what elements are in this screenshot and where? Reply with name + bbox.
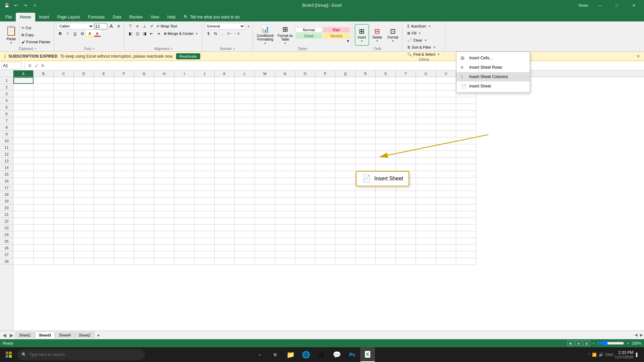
cell-L20[interactable] xyxy=(235,204,255,211)
cell-F21[interactable] xyxy=(114,211,134,218)
cell-V23[interactable] xyxy=(436,225,456,231)
cell-A11[interactable] xyxy=(13,144,34,151)
cell-O15[interactable] xyxy=(295,171,315,178)
cell-F27[interactable] xyxy=(114,251,134,258)
cell-H11[interactable] xyxy=(154,144,174,151)
indent-decrease-btn[interactable]: ⇤ xyxy=(148,30,155,37)
cell-V3[interactable] xyxy=(436,90,456,97)
col-header-Q[interactable]: Q xyxy=(335,70,356,77)
cell-T1[interactable] xyxy=(396,77,416,84)
cell-A2[interactable] xyxy=(13,84,34,90)
row-num-13[interactable]: 13 xyxy=(0,158,13,164)
merge-center-button[interactable]: ⊕ Merge & Center ▼ xyxy=(162,31,200,37)
cell-M11[interactable] xyxy=(255,144,275,151)
row-num-14[interactable]: 14 xyxy=(0,164,13,171)
cell-H5[interactable] xyxy=(154,104,174,111)
taskbar-photoshop[interactable]: Ps xyxy=(345,347,360,362)
row-num-19[interactable]: 19 xyxy=(0,198,13,204)
format-painter-button[interactable]: 🖌 Format Painter xyxy=(20,39,52,45)
cell-I17[interactable] xyxy=(174,184,195,191)
cell-F23[interactable] xyxy=(114,225,134,231)
cancel-formula-btn[interactable]: ✕ xyxy=(27,62,33,69)
cell-M6[interactable] xyxy=(255,111,275,117)
cell-B14[interactable] xyxy=(34,164,54,171)
cell-B5[interactable] xyxy=(34,104,54,111)
cell-E16[interactable] xyxy=(94,178,114,184)
col-header-L[interactable]: L xyxy=(235,70,255,77)
cell-J16[interactable] xyxy=(195,178,215,184)
cell-S7[interactable] xyxy=(376,117,396,124)
cell-C26[interactable] xyxy=(54,245,74,251)
cell-N9[interactable] xyxy=(275,131,295,137)
cell-B7[interactable] xyxy=(34,117,54,124)
cell-K16[interactable] xyxy=(215,178,235,184)
cell-W18[interactable] xyxy=(456,191,476,198)
cell-W6[interactable] xyxy=(456,111,476,117)
cell-T13[interactable] xyxy=(396,158,416,164)
cell-W21[interactable] xyxy=(456,211,476,218)
cell-D2[interactable] xyxy=(74,84,94,90)
cell-P27[interactable] xyxy=(315,251,335,258)
cell-B3[interactable] xyxy=(34,90,54,97)
cell-N16[interactable] xyxy=(275,178,295,184)
cell-U16[interactable] xyxy=(416,178,436,184)
cell-K25[interactable] xyxy=(215,238,235,245)
cell-T5[interactable] xyxy=(396,104,416,111)
cell-M3[interactable] xyxy=(255,90,275,97)
cell-R10[interactable] xyxy=(356,137,376,144)
cell-D24[interactable] xyxy=(74,231,94,238)
cell-K19[interactable] xyxy=(215,198,235,204)
cell-A4[interactable] xyxy=(13,97,34,104)
font-color-button[interactable]: A xyxy=(94,30,101,37)
cell-T18[interactable] xyxy=(396,191,416,198)
cell-O19[interactable] xyxy=(295,198,315,204)
cell-L3[interactable] xyxy=(235,90,255,97)
clear-button[interactable]: 🧹 Clear ▼ xyxy=(405,37,429,44)
cell-I8[interactable] xyxy=(174,124,195,131)
cell-L17[interactable] xyxy=(235,184,255,191)
cell-H1[interactable] xyxy=(154,77,174,84)
cell-P18[interactable] xyxy=(315,191,335,198)
cell-S1[interactable] xyxy=(376,77,396,84)
cell-B16[interactable] xyxy=(34,178,54,184)
cell-T12[interactable] xyxy=(396,151,416,158)
cell-E17[interactable] xyxy=(94,184,114,191)
cell-Q7[interactable] xyxy=(335,117,356,124)
cell-H25[interactable] xyxy=(154,238,174,245)
cell-V20[interactable] xyxy=(436,204,456,211)
cell-W25[interactable] xyxy=(456,238,476,245)
cell-T11[interactable] xyxy=(396,144,416,151)
save-qat-btn[interactable]: 💾 xyxy=(3,1,11,9)
cell-O28[interactable] xyxy=(295,258,315,265)
taskbar-search-box[interactable]: 🔍 xyxy=(17,349,145,360)
cell-C4[interactable] xyxy=(54,97,74,104)
cell-O13[interactable] xyxy=(295,158,315,164)
cell-O6[interactable] xyxy=(295,111,315,117)
cell-O7[interactable] xyxy=(295,117,315,124)
cell-T7[interactable] xyxy=(396,117,416,124)
cell-G20[interactable] xyxy=(134,204,154,211)
cell-reference-box[interactable] xyxy=(1,62,21,69)
cell-K17[interactable] xyxy=(215,184,235,191)
cell-B23[interactable] xyxy=(34,225,54,231)
cell-S23[interactable] xyxy=(376,225,396,231)
cell-J25[interactable] xyxy=(195,238,215,245)
cell-M17[interactable] xyxy=(255,184,275,191)
cell-E18[interactable] xyxy=(94,191,114,198)
cell-O14[interactable] xyxy=(295,164,315,171)
cell-R1[interactable] xyxy=(356,77,376,84)
cell-K8[interactable] xyxy=(215,124,235,131)
cell-J27[interactable] xyxy=(195,251,215,258)
cell-L4[interactable] xyxy=(235,97,255,104)
cell-L14[interactable] xyxy=(235,164,255,171)
cell-N22[interactable] xyxy=(275,218,295,225)
cell-O10[interactable] xyxy=(295,137,315,144)
cell-R7[interactable] xyxy=(356,117,376,124)
cell-B12[interactable] xyxy=(34,151,54,158)
cell-T10[interactable] xyxy=(396,137,416,144)
cell-A17[interactable] xyxy=(13,184,34,191)
paste-dropdown-arrow[interactable]: ▼ xyxy=(9,42,13,45)
font-size-input[interactable] xyxy=(95,23,107,29)
cell-V1[interactable] xyxy=(436,77,456,84)
cell-U23[interactable] xyxy=(416,225,436,231)
